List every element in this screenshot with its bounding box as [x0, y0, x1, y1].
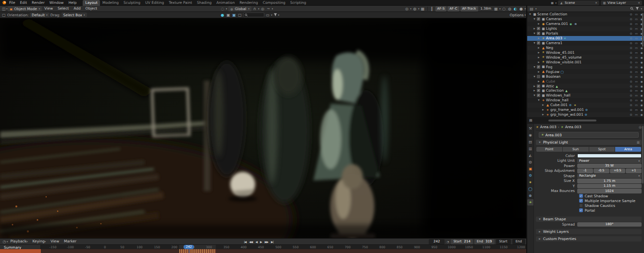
- outliner-row-boolean[interactable]: ▼▦Boolean⊙▭◉: [527, 74, 644, 79]
- toggle-eye-icon[interactable]: ⊙: [629, 22, 633, 25]
- toggle-camera-icon[interactable]: ◉: [639, 98, 644, 102]
- workspace-tab-uv-editing[interactable]: UV Editing: [143, 0, 166, 6]
- current-frame-field[interactable]: 242: [429, 239, 445, 244]
- collection-checkbox[interactable]: ✓: [537, 94, 540, 97]
- toggle-eye-icon[interactable]: ⊙: [629, 51, 633, 54]
- shading-solid-icon[interactable]: ◍: [507, 6, 512, 12]
- toggle-eye-icon[interactable]: ⊙: [629, 108, 633, 111]
- toggle-screen-icon[interactable]: ▭: [634, 89, 639, 92]
- toggle-screen-icon[interactable]: ▭: [634, 108, 639, 111]
- timeline-channel-region[interactable]: Summary: [0, 245, 41, 253]
- frame-end-field[interactable]: End 319: [474, 239, 495, 244]
- dropdown-light-unit[interactable]: Power▾: [577, 158, 642, 163]
- timeline-menu-marker[interactable]: Marker: [62, 239, 79, 244]
- button-0-5[interactable]: +0.5: [610, 169, 626, 173]
- disclosure-closed-icon[interactable]: ▶: [537, 47, 541, 49]
- timeline-menu-playback[interactable]: Playback▾: [8, 239, 30, 244]
- snap-option-active-icon[interactable]: ▣: [232, 12, 236, 18]
- disclosure-closed-icon[interactable]: ▶: [537, 71, 541, 73]
- proportional-falloff-icon[interactable]: ~: [266, 6, 271, 12]
- outliner-row-area-003[interactable]: ▶☀Area.003☀⊙▭◉: [527, 36, 644, 41]
- workspace-tab-animation[interactable]: Animation: [214, 0, 237, 6]
- menu-render[interactable]: Render: [29, 0, 47, 6]
- unlink-view-layer-icon[interactable]: ✕: [638, 1, 640, 4]
- menu-window[interactable]: Window: [47, 0, 66, 6]
- outliner-row-window-hall[interactable]: ▼+Window_hall⊙▭◉: [527, 98, 644, 103]
- button-0-5[interactable]: -0.5: [594, 169, 609, 173]
- toggle-screen-icon[interactable]: ▭: [634, 12, 639, 16]
- toggle-eye-icon[interactable]: ⊙: [629, 27, 633, 30]
- disclosure-open-icon[interactable]: ▼: [533, 75, 536, 78]
- frame-start-field[interactable]: Start 214: [451, 239, 472, 244]
- light-type-spot[interactable]: Spot: [589, 147, 615, 152]
- disclosure-closed-icon[interactable]: ▶: [533, 89, 536, 92]
- browse-scenes-icon[interactable]: ▦: [550, 0, 554, 5]
- xray-toggle-icon[interactable]: ▦: [421, 6, 425, 12]
- proportional-editing-icon[interactable]: ◎: [260, 6, 265, 12]
- checkbox-shadow-caustics[interactable]: [579, 204, 583, 207]
- snap-option-icon[interactable]: ▣: [226, 12, 231, 18]
- light-type-point[interactable]: Point: [536, 147, 562, 152]
- outliner-row-lights[interactable]: ▶✓▦Lights⊙▭◉: [527, 26, 644, 31]
- toggle-screen-icon[interactable]: ▭: [634, 65, 639, 69]
- toggle-camera-icon[interactable]: ◉: [639, 46, 644, 49]
- toggle-camera-icon[interactable]: ◉: [639, 65, 644, 69]
- timeline-menu-keying[interactable]: Keying▾: [30, 239, 49, 244]
- workspace-tab-layout[interactable]: Layout: [83, 0, 100, 6]
- workspace-tab-modeling[interactable]: Modeling: [100, 0, 121, 6]
- button-af-s[interactable]: AF-S: [435, 6, 447, 12]
- jump-to-prev-keyframe-button[interactable]: ◀◀: [248, 239, 254, 244]
- breadcrumb-object[interactable]: Area.003: [540, 125, 557, 129]
- collection-checkbox[interactable]: ✓: [537, 32, 540, 35]
- panel-header-custom-properties[interactable]: ▶Custom Properties: [536, 236, 642, 241]
- slider-power[interactable]: 35 W: [577, 164, 642, 169]
- outliner-row-grp-frame-wd-001[interactable]: ▶+grp_frame_wd.001⚙⊙▭◉: [527, 108, 644, 112]
- active-tool-icon[interactable]: ▢: [1, 12, 6, 18]
- outliner-row-camera1[interactable]: ▼✓▦Camera1⊙▭◉: [527, 41, 644, 46]
- toggle-camera-icon[interactable]: ◉: [639, 70, 644, 73]
- outliner-row-scene-collection[interactable]: ▼▦Scene Collection⊙▭◉: [527, 12, 644, 17]
- workspace-tab-rendering[interactable]: Rendering: [237, 0, 260, 6]
- viewport-menu-select[interactable]: Select: [55, 6, 71, 12]
- orientation-setting-dropdown[interactable]: Default ▾: [30, 12, 50, 17]
- display-mode-icon[interactable]: ▭: [265, 12, 270, 18]
- disclosure-open-icon[interactable]: ▼: [533, 66, 536, 68]
- toggle-screen-icon[interactable]: ▭: [634, 103, 639, 107]
- properties-tab-world[interactable]: ◍: [527, 159, 533, 165]
- transform-orientation-dropdown[interactable]: ◍ Global ▾: [228, 6, 251, 12]
- toggle-camera-icon[interactable]: ◉: [639, 75, 644, 78]
- disclosure-closed-icon[interactable]: ▶: [537, 56, 541, 59]
- pivot-point-icon[interactable]: ◌: [220, 6, 225, 12]
- shading-material-preview-icon[interactable]: ◐: [513, 6, 518, 12]
- viewport-menu-add[interactable]: Add: [71, 6, 83, 12]
- editor-type-icon[interactable]: ◫: [1, 6, 6, 12]
- slider-size-x[interactable]: 1.75 m: [577, 179, 642, 183]
- properties-tab-tool[interactable]: ⚒: [527, 125, 533, 132]
- button-range-start[interactable]: Start: [496, 239, 511, 244]
- breadcrumb-data[interactable]: Area.003: [565, 125, 582, 129]
- outliner-row-collection[interactable]: ▶✓▦Collection▲⊙▭◉: [527, 88, 644, 93]
- toggle-eye-icon[interactable]: ⊙: [629, 60, 633, 64]
- mode-dropdown[interactable]: ▣ Object Mode ▾: [8, 6, 42, 12]
- outliner-row-neg[interactable]: ▶▲Neg⊙▭◉: [527, 46, 644, 50]
- panel-header-physical-light[interactable]: ▼ Physical Light ☰: [536, 140, 642, 145]
- button-range-end[interactable]: End: [512, 239, 525, 244]
- jump-to-end-button[interactable]: ▶|: [270, 239, 274, 244]
- disclosure-open-icon[interactable]: ▼: [533, 18, 536, 20]
- data-name-field[interactable]: ☀ Area.003: [539, 132, 639, 138]
- outliner-editor-type-icon[interactable]: ▤: [529, 6, 534, 12]
- disclosure-closed-icon[interactable]: ▶: [537, 37, 541, 39]
- toggle-camera-icon[interactable]: ◉: [639, 84, 644, 88]
- pause-autofocus-icon[interactable]: ‖: [430, 6, 434, 12]
- button-af-c[interactable]: AF-C: [447, 6, 459, 12]
- collection-checkbox[interactable]: [537, 75, 540, 78]
- toggle-screen-icon[interactable]: ▭: [634, 17, 639, 21]
- presets-menu-icon[interactable]: ☰: [637, 141, 640, 145]
- scene-selector[interactable]: ◭ Scene ✕: [558, 0, 599, 5]
- toggle-camera-icon[interactable]: ◉: [639, 113, 644, 116]
- button-af-track[interactable]: AF-Track: [460, 6, 478, 12]
- outliner-row-windows-hall[interactable]: ▼✓▦Windows_hall⊙▭◉: [527, 93, 644, 98]
- toggle-camera-icon[interactable]: ◉: [639, 103, 644, 107]
- slider-max-bounces[interactable]: 1024: [577, 189, 642, 193]
- toggle-camera-icon[interactable]: ◉: [639, 89, 644, 92]
